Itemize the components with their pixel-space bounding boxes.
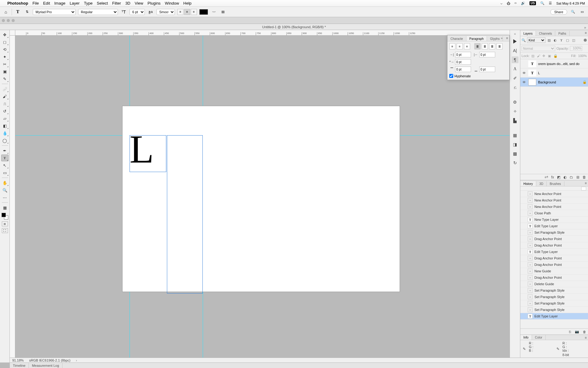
lock-all-icon[interactable]: 🔒 [553, 54, 557, 58]
share-button[interactable]: Share [550, 9, 567, 15]
visibility-icon[interactable]: 👁 [522, 71, 526, 75]
delete-layer-icon[interactable]: 🗑 [582, 175, 586, 179]
fg-bg-colors[interactable] [2, 213, 8, 220]
font-family-select[interactable]: Myriad Pro [33, 9, 76, 15]
layer-fx-icon[interactable]: fx [551, 175, 554, 179]
history-state[interactable]: ▫New Anchor Point [520, 204, 588, 210]
layer-name[interactable]: orem ipsum do...elit, sed do [538, 62, 579, 66]
app-name[interactable]: Photoshop [7, 1, 28, 6]
character-panel-icon[interactable]: A| [512, 47, 518, 54]
adjustments-icon[interactable]: ⚙ [512, 99, 518, 105]
layer-name[interactable]: Background [538, 80, 556, 84]
ruler-horizontal[interactable]: 0501001502002503003504004505005506006507… [15, 30, 510, 36]
eraser-tool[interactable]: ▱ [1, 115, 9, 122]
history-state[interactable]: ▫Delete Guide [520, 281, 588, 287]
quickmask-icon[interactable]: ◘ [2, 221, 8, 226]
menu-edit[interactable]: Edit [43, 1, 50, 6]
filter-toggle[interactable] [584, 39, 587, 42]
space-before-field[interactable] [455, 67, 471, 72]
collapse-panel-icon[interactable]: » [501, 36, 503, 40]
panel-menu-icon[interactable]: ≡ [506, 36, 508, 40]
bluetooth-icon[interactable]: ⌵ [500, 1, 503, 5]
edit-toolbar-icon[interactable]: ▦ [1, 204, 9, 211]
align-left-button[interactable]: ≡ [177, 9, 183, 15]
menu-image[interactable]: Image [54, 1, 65, 6]
warp-text-icon[interactable]: 〰 [210, 9, 217, 15]
panel-menu-icon[interactable]: ≡ [585, 31, 587, 35]
hyphenate-checkbox[interactable] [449, 74, 453, 78]
para-align-right[interactable]: ≡ [464, 43, 470, 49]
move-tool[interactable]: ✥ [1, 31, 9, 38]
collapse-right-icon[interactable]: » [584, 25, 586, 31]
status-menu-icon[interactable]: › [76, 358, 77, 362]
zoom-level[interactable]: 91.18% [12, 358, 24, 362]
libraries-icon[interactable]: ↻ [512, 159, 518, 166]
panel-menu-icon[interactable]: ≡ [585, 181, 587, 185]
group-icon[interactable]: 🗀 [570, 175, 573, 179]
tab-history[interactable]: History [520, 181, 536, 186]
lock-position-icon[interactable]: ✥ [542, 54, 546, 58]
clock[interactable]: Sat May 6 4:29 PM [556, 2, 585, 5]
layer-filter-kind[interactable]: Kind [527, 37, 545, 43]
layer-row[interactable]: 👁TL [520, 68, 588, 78]
menu-file[interactable]: File [32, 1, 39, 6]
search-icon[interactable]: 🔍 [570, 9, 576, 15]
expand-strip-icon[interactable]: « [514, 32, 516, 36]
history-snapshot-thumb[interactable] [581, 187, 586, 190]
para-align-left[interactable]: ≡ [449, 43, 455, 49]
visibility-icon[interactable]: 👁 [522, 80, 526, 84]
history-state[interactable]: ▫Close Path [520, 210, 588, 217]
blend-mode-select[interactable]: Normal [522, 46, 555, 51]
window-zoom-icon[interactable] [12, 19, 15, 22]
text-bounding-box[interactable] [130, 135, 166, 172]
new-layer-icon[interactable]: ⊞ [576, 175, 579, 179]
history-state[interactable]: TEdit Type Layer [520, 249, 588, 255]
delete-state-icon[interactable]: 🗑 [583, 330, 586, 334]
filter-pixel-icon[interactable]: ▨ [547, 38, 552, 43]
history-state[interactable]: ▫Set Paragraph Style [520, 294, 588, 300]
canvas-viewport[interactable]: 0501001502002503003504004505005506006507… [10, 30, 510, 362]
filter-smart-icon[interactable]: ◫ [571, 38, 576, 43]
history-state[interactable]: TNew Type Layer [520, 217, 588, 223]
glyphs-panel-icon[interactable]: A [512, 66, 518, 72]
tab-brushes[interactable]: Brushes [547, 181, 564, 186]
dodge-tool[interactable]: ◯ [1, 137, 9, 144]
lock-pixels-icon[interactable]: 🖌 [537, 54, 541, 58]
link-layers-icon[interactable]: ⮂ [545, 175, 548, 179]
window-close-icon[interactable] [2, 19, 5, 22]
space-after-field[interactable] [479, 67, 495, 72]
menu-type[interactable]: Type [84, 1, 92, 6]
adjustment-layer-icon[interactable]: ◐ [564, 175, 567, 179]
crop-tool[interactable]: ✂ [1, 61, 9, 67]
layer-mask-icon[interactable]: ◩ [557, 175, 560, 179]
ruler-origin[interactable] [10, 30, 15, 36]
font-size-select[interactable]: 6 pt [130, 9, 145, 15]
history-state[interactable]: ▫New Guide [520, 268, 588, 274]
pen-tool[interactable]: ✒ [1, 147, 9, 154]
histogram-icon[interactable]: ▙ [512, 117, 518, 124]
hand-tool[interactable]: ✋ [1, 179, 9, 186]
quick-select-tool[interactable]: ✦ [1, 53, 9, 60]
lock-artboard-icon[interactable]: ▣ [548, 54, 552, 58]
para-justify-right[interactable]: ≣ [489, 43, 495, 49]
opacity-field[interactable]: 100% [570, 46, 582, 51]
menu-select[interactable]: Select [97, 1, 108, 6]
para-align-center[interactable]: ≡ [457, 43, 463, 49]
doc-profile[interactable]: sRGB IEC61966-2.1 (8bpc) [29, 358, 70, 362]
clone-source-icon[interactable]: ⎌ [512, 84, 518, 91]
fill-field[interactable]: 100% [578, 54, 587, 58]
text-bounding-box-2[interactable] [167, 135, 203, 293]
workspace-icon[interactable]: ▭ [579, 9, 586, 15]
patterns-icon[interactable]: ▩ [512, 150, 518, 157]
history-state[interactable]: ▫New Anchor Point [520, 197, 588, 204]
styles-icon[interactable]: ✧ [512, 108, 518, 115]
tab-channels[interactable]: Channels [536, 31, 555, 36]
para-justify-all[interactable]: ≣ [496, 43, 503, 49]
playback-icon[interactable]: ⏻ [507, 2, 510, 5]
volume-icon[interactable]: 🔊 [521, 1, 525, 5]
menu-view[interactable]: View [135, 1, 143, 6]
stamp-tool[interactable]: ⎍ [1, 100, 9, 107]
indent-right-field[interactable] [479, 52, 495, 57]
menu-plugins[interactable]: Plugins [148, 1, 161, 6]
panel-menu-icon[interactable]: ≡ [585, 336, 587, 339]
